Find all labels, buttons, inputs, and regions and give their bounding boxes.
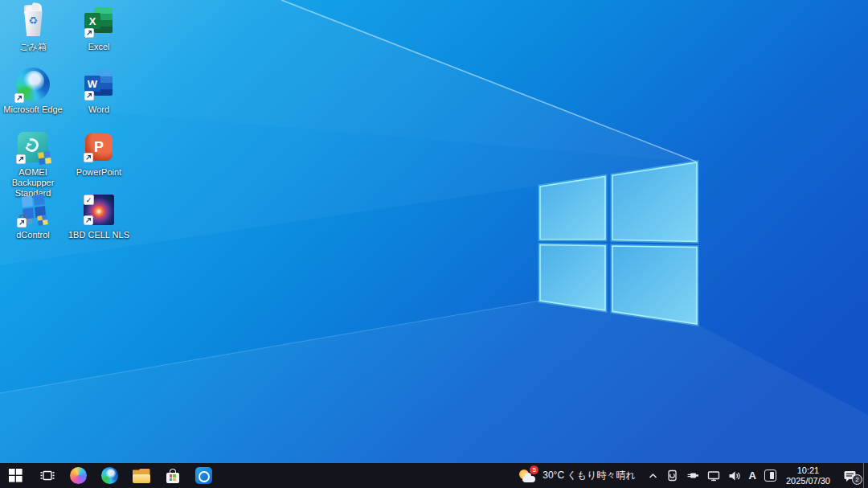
desktop-icon-excel[interactable]: X Excel [66, 3, 132, 52]
shortcut-arrow-icon [84, 28, 94, 38]
desktop-icon-label: Excel [66, 42, 132, 52]
microsoft-store-button[interactable] [157, 463, 188, 488]
desktop-icon-word[interactable]: W Word [66, 66, 132, 115]
network-tray-icon[interactable] [703, 463, 724, 488]
weather-temperature: 30°C [542, 470, 564, 481]
copilot-icon [70, 467, 87, 484]
task-view-icon [40, 470, 55, 482]
desktop-icon-label: PowerPoint [66, 167, 132, 178]
clock-time: 10:21 [797, 465, 820, 476]
recycle-symbol-icon: ♻ [17, 15, 49, 26]
shortcut-arrow-icon [84, 91, 94, 100]
weather-widget[interactable]: 5 30°C くもり時々晴れ [512, 463, 643, 488]
shortcut-arrow-icon [16, 154, 26, 164]
gear-icon: ⚙ [26, 218, 33, 226]
ime-pad-button[interactable] [760, 463, 780, 488]
ime-pad-icon [764, 470, 776, 482]
checkbox-icon: ✓ [84, 195, 94, 205]
clock-date: 2025/07/30 [786, 476, 830, 486]
shortcut-arrow-icon [14, 93, 24, 103]
shortcut-arrow-icon [84, 215, 93, 225]
usb-tray-icon[interactable] [682, 463, 703, 488]
show-desktop-button[interactable] [863, 463, 868, 488]
system-tray: 5 30°C くもり時々晴れ [512, 463, 868, 488]
start-button[interactable] [0, 463, 31, 488]
dcontrol-icon: ⚙ ⚙ [17, 194, 49, 226]
outlook-button[interactable] [188, 463, 219, 488]
task-view-button[interactable] [31, 463, 63, 488]
desktop-icon-microsoft-edge[interactable]: Microsoft Edge [0, 66, 66, 115]
chevron-up-icon [648, 471, 658, 481]
action-center-badge: 2 [852, 474, 862, 485]
taskbar: 5 30°C くもり時々晴れ [0, 463, 868, 488]
file-explorer-button[interactable] [125, 463, 157, 488]
volume-tray-icon[interactable] [724, 463, 745, 488]
desktop-icon-recycle-bin[interactable]: ♻ ごみ箱 [0, 3, 66, 52]
1bd-cell-nls-icon: ✓ [84, 195, 114, 225]
weather-condition: くもり時々晴れ [567, 470, 635, 481]
word-icon: W [83, 68, 115, 100]
weather-sun-cloud-icon: 5 [518, 467, 537, 485]
desktop-icon-aomei-backupper[interactable]: AOMEI Backupper Standard [0, 129, 66, 199]
desktop-icon-label: dControl [0, 230, 66, 240]
copilot-button[interactable] [63, 463, 94, 488]
outlook-icon [195, 467, 212, 484]
excel-icon: X [83, 6, 115, 38]
desktop-icon-area: ♻ ごみ箱 X Excel [0, 0, 241, 463]
desktop-icon-label: Microsoft Edge [0, 105, 66, 115]
desktop-icon-label: Word [66, 105, 132, 115]
store-bag-icon [166, 468, 180, 483]
desktop-icon-label: 1BD CELL NLS [66, 230, 132, 240]
edge-button[interactable] [94, 463, 125, 488]
windows-logo-icon [9, 469, 23, 482]
weather-badge: 5 [530, 465, 538, 474]
aomei-backupper-icon [18, 132, 48, 162]
shortcut-arrow-icon [17, 218, 27, 228]
ime-mode-label: A [749, 470, 756, 482]
shortcut-arrow-icon [84, 153, 93, 162]
action-center-button[interactable]: 2 [836, 463, 863, 488]
folder-icon [133, 469, 150, 483]
network-monitor-icon [707, 470, 720, 482]
taskbar-app-buttons [0, 463, 219, 488]
usb-plug-icon [686, 470, 699, 481]
edge-icon [101, 467, 118, 484]
hidden-icons-chevron[interactable] [644, 463, 662, 488]
desktop-icon-dcontrol[interactable]: ⚙ ⚙ dControl [0, 191, 66, 240]
desktop-icon-label: ごみ箱 [0, 42, 66, 52]
desktop-icon-1bd-cell-nls[interactable]: ✓ 1BD CELL NLS [66, 191, 132, 240]
taskbar-clock[interactable]: 10:21 2025/07/30 [780, 463, 836, 488]
recycle-bin-icon: ♻ [17, 5, 49, 39]
desktop-icon-powerpoint[interactable]: P PowerPoint [66, 129, 132, 178]
windows-desktop: ♻ ごみ箱 X Excel [0, 0, 868, 488]
device-sync-tray-icon[interactable] [662, 463, 682, 488]
device-sync-icon [666, 470, 678, 482]
ime-mode-indicator[interactable]: A [745, 463, 760, 488]
speaker-icon [728, 470, 741, 482]
